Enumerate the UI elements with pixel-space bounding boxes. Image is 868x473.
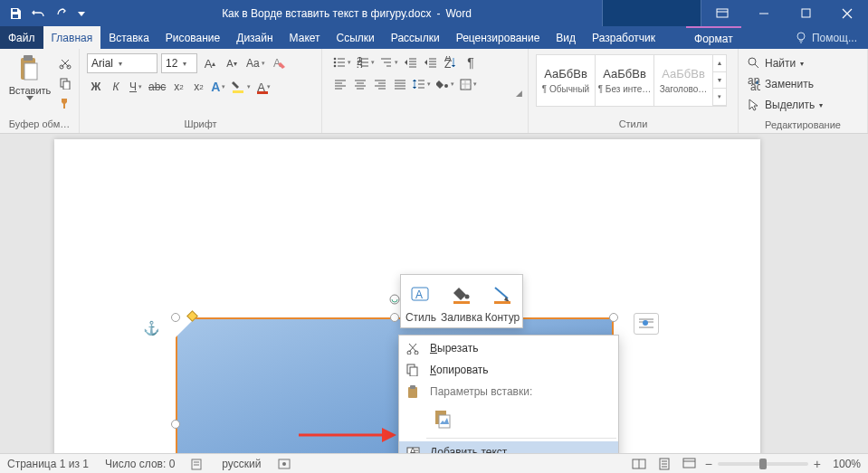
shrink-font-button[interactable]: A▾ [223, 54, 241, 72]
minimize-icon[interactable] [743, 0, 785, 26]
tab-view[interactable]: Вид [548, 26, 584, 49]
indent-icon [424, 57, 437, 68]
title-bar: Как в Ворде вставить текст в фигуру.docx… [0, 0, 868, 26]
style-nospacing[interactable]: АаБбВв¶ Без инте… [595, 54, 654, 107]
borders-button[interactable]: ▾ [458, 75, 479, 93]
resize-handle-t[interactable] [390, 313, 399, 322]
ribbon-options-icon[interactable] [701, 0, 743, 26]
status-macro-icon[interactable] [277, 458, 291, 470]
view-read-button[interactable] [629, 455, 649, 473]
mini-style-button[interactable]: A Стиль [401, 275, 441, 327]
zoom-level[interactable]: 100% [826, 458, 861, 470]
mini-fill-button[interactable]: Заливка [441, 275, 482, 327]
zoom-out-button[interactable]: − [705, 457, 712, 471]
style-normal[interactable]: АаБбВв¶ Обычный [536, 54, 596, 107]
tell-me[interactable]: Помощ... [784, 26, 868, 49]
find-button[interactable]: Найти▾ [748, 54, 858, 72]
zoom-thumb[interactable] [759, 459, 767, 469]
strike-button[interactable]: abc [147, 78, 167, 96]
align-center-button[interactable] [351, 75, 369, 93]
zoom-slider[interactable] [718, 462, 808, 466]
svg-text:ac: ac [750, 80, 760, 90]
increase-indent-button[interactable] [422, 53, 440, 71]
bullets-button[interactable]: ▾ [331, 53, 353, 71]
svg-rect-33 [453, 301, 470, 304]
resize-handle-tr[interactable] [609, 313, 618, 322]
paste-option-picture[interactable] [430, 406, 455, 431]
highlight-button[interactable]: ▾ [229, 78, 253, 96]
italic-button[interactable]: К [107, 78, 125, 96]
shading-button[interactable]: ▾ [434, 75, 456, 93]
dialog-launcher-icon[interactable]: ◢ [516, 89, 522, 98]
change-case-button[interactable]: Aa▾ [244, 54, 267, 72]
text-effects-button[interactable]: A▾ [209, 78, 227, 96]
cut-button[interactable] [56, 54, 74, 72]
highlight-icon [231, 80, 245, 94]
tab-layout[interactable]: Макет [281, 26, 329, 49]
resize-handle-l[interactable] [171, 420, 180, 429]
view-web-button[interactable] [680, 455, 700, 473]
menu-copy[interactable]: Копировать [399, 359, 618, 381]
document-area[interactable]: ⚓ A Стиль Заливка Контур [0, 134, 868, 453]
resize-handle-tl[interactable] [171, 313, 180, 322]
styles-more[interactable]: ▲▼▾ [712, 54, 727, 107]
show-marks-button[interactable]: ¶ [462, 53, 480, 71]
font-color-button[interactable]: A▾ [254, 78, 272, 96]
zoom-in-button[interactable]: + [814, 457, 821, 471]
status-language[interactable]: русский [222, 458, 261, 470]
mini-outline-button[interactable]: Контур [482, 275, 522, 327]
copy-button[interactable] [56, 74, 74, 92]
align-left-button[interactable] [331, 75, 349, 93]
maximize-icon[interactable] [785, 0, 826, 26]
bold-button[interactable]: Ж [87, 78, 105, 96]
status-words[interactable]: Число слов: 0 [105, 458, 175, 470]
tab-review[interactable]: Рецензирование [448, 26, 548, 49]
tab-mailings[interactable]: Рассылки [383, 26, 448, 49]
align-right-button[interactable] [371, 75, 389, 93]
underline-button[interactable]: Ч▾ [127, 78, 145, 96]
select-button[interactable]: Выделить▾ [748, 96, 858, 114]
status-spellcheck-icon[interactable] [191, 458, 205, 470]
sort-button[interactable]: AZ [442, 53, 460, 71]
layout-options-button[interactable] [634, 313, 659, 335]
superscript-button[interactable]: x2 [189, 78, 207, 96]
grow-font-button[interactable]: A▴ [201, 54, 219, 72]
format-painter-button[interactable] [56, 94, 74, 112]
tab-format[interactable]: Формат [686, 26, 741, 49]
group-label-styles: Стили [532, 117, 734, 131]
tab-references[interactable]: Ссылки [329, 26, 383, 49]
tab-insert[interactable]: Вставка [100, 26, 157, 49]
font-size-combo[interactable]: 12▾ [161, 53, 197, 73]
multilevel-button[interactable]: ▾ [378, 53, 400, 71]
tab-draw[interactable]: Рисование [157, 26, 228, 49]
paste-button[interactable]: Вставить [4, 51, 56, 100]
subscript-button[interactable]: x2 [169, 78, 187, 96]
menu-copy-label: Копировать [430, 364, 489, 376]
save-icon[interactable] [5, 3, 26, 24]
view-print-button[interactable] [654, 455, 674, 473]
justify-button[interactable] [391, 75, 409, 93]
style-heading1[interactable]: АаБбВвЗаголово… [653, 54, 713, 107]
menu-add-text[interactable]: A Добавить текст [399, 441, 618, 453]
menu-cut[interactable]: Вырезать [399, 337, 618, 359]
undo-icon[interactable] [28, 3, 50, 24]
tab-design[interactable]: Дизайн [228, 26, 281, 49]
redo-icon[interactable] [52, 3, 73, 24]
tab-developer[interactable]: Разработчик [584, 26, 663, 49]
tab-file[interactable]: Файл [0, 26, 43, 49]
decrease-indent-button[interactable] [402, 53, 420, 71]
clear-format-button[interactable]: A [271, 54, 289, 72]
status-page[interactable]: Страница 1 из 1 [7, 458, 89, 470]
line-spacing-button[interactable]: ▾ [411, 75, 433, 93]
replace-button[interactable]: abacЗаменить [748, 75, 858, 93]
rotate-handle[interactable] [389, 294, 400, 305]
tab-home[interactable]: Главная [43, 26, 101, 49]
sort-icon: AZ [444, 56, 457, 69]
numbering-button[interactable]: 123▾ [355, 53, 377, 71]
qat-dropdown-icon[interactable] [75, 3, 88, 24]
account-area[interactable] [602, 0, 701, 26]
group-label-clipboard: Буфер обм… [4, 117, 75, 131]
font-name-combo[interactable]: Arial▾ [87, 53, 157, 73]
close-icon[interactable] [826, 0, 868, 26]
numbering-icon: 123 [357, 57, 369, 68]
